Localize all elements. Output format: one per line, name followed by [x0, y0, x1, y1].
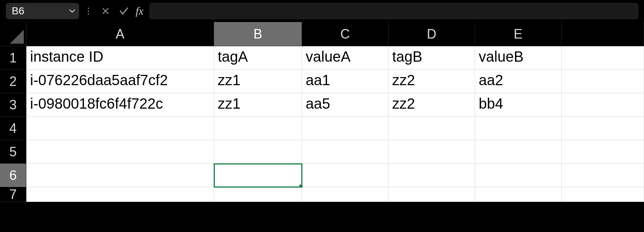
- row-header[interactable]: 7: [0, 187, 26, 202]
- cell[interactable]: valueA: [302, 46, 389, 70]
- cell[interactable]: [389, 164, 475, 187]
- table-row: 6: [0, 164, 644, 187]
- cell[interactable]: [562, 46, 644, 70]
- cell[interactable]: aa2: [475, 70, 562, 93]
- select-all-corner[interactable]: [0, 22, 26, 46]
- column-header[interactable]: B: [214, 22, 302, 46]
- cell[interactable]: [389, 140, 475, 164]
- table-row: 5: [0, 140, 644, 164]
- cell[interactable]: i-076226daa5aaf7cf2: [26, 70, 214, 93]
- cell[interactable]: [475, 187, 562, 202]
- cancel-button[interactable]: [98, 4, 113, 18]
- cell[interactable]: [562, 117, 644, 140]
- table-row: 7: [0, 187, 644, 202]
- row-header[interactable]: 3: [0, 93, 26, 117]
- spreadsheet-grid: A B C D E 1 instance ID tagA valueA tagB…: [0, 22, 644, 202]
- cell[interactable]: zz1: [214, 70, 302, 93]
- cell[interactable]: bb4: [475, 93, 562, 117]
- row-header[interactable]: 6: [0, 164, 26, 187]
- cell[interactable]: [26, 140, 214, 164]
- cell[interactable]: [562, 70, 644, 93]
- cell[interactable]: [302, 140, 389, 164]
- separator-dots-icon: ⋮: [83, 6, 95, 16]
- cell[interactable]: [562, 93, 644, 117]
- cell[interactable]: aa5: [302, 93, 389, 117]
- cell[interactable]: [389, 187, 475, 202]
- cell[interactable]: [214, 140, 302, 164]
- cell[interactable]: tagA: [214, 46, 302, 70]
- row-header[interactable]: 4: [0, 117, 26, 140]
- cell[interactable]: aa1: [302, 70, 389, 93]
- row-header[interactable]: 2: [0, 70, 26, 93]
- row-header[interactable]: 1: [0, 46, 26, 70]
- column-header-row: A B C D E: [0, 22, 644, 46]
- cell[interactable]: [26, 187, 214, 202]
- cell-selected[interactable]: [214, 164, 302, 187]
- column-header[interactable]: E: [475, 22, 562, 46]
- cell[interactable]: [475, 117, 562, 140]
- name-box-value: B6: [12, 5, 24, 17]
- cell[interactable]: zz2: [389, 93, 475, 117]
- cell[interactable]: [214, 187, 302, 202]
- cell[interactable]: valueB: [475, 46, 562, 70]
- cell[interactable]: [214, 117, 302, 140]
- cell[interactable]: [562, 164, 644, 187]
- cell[interactable]: [562, 140, 644, 164]
- cell[interactable]: zz2: [389, 70, 475, 93]
- cell[interactable]: [475, 164, 562, 187]
- cell[interactable]: [389, 117, 475, 140]
- fx-icon[interactable]: fx: [135, 5, 146, 17]
- cell[interactable]: instance ID: [26, 46, 214, 70]
- formula-input[interactable]: [150, 3, 638, 19]
- column-header[interactable]: [562, 22, 644, 46]
- name-box[interactable]: B6: [6, 3, 79, 19]
- column-header[interactable]: C: [302, 22, 389, 46]
- cell[interactable]: zz1: [214, 93, 302, 117]
- cell[interactable]: [302, 187, 389, 202]
- enter-button[interactable]: [117, 4, 131, 18]
- table-row: 3 i-0980018fc6f4f722c zz1 aa5 zz2 bb4: [0, 93, 644, 117]
- cell[interactable]: tagB: [389, 46, 475, 70]
- chevron-down-icon[interactable]: [69, 8, 76, 14]
- cell[interactable]: i-0980018fc6f4f722c: [26, 93, 214, 117]
- cell[interactable]: [562, 187, 644, 202]
- column-header[interactable]: A: [26, 22, 214, 46]
- row-header[interactable]: 5: [0, 140, 26, 164]
- column-header[interactable]: D: [389, 22, 475, 46]
- table-row: 1 instance ID tagA valueA tagB valueB: [0, 46, 644, 70]
- table-row: 2 i-076226daa5aaf7cf2 zz1 aa1 zz2 aa2: [0, 70, 644, 93]
- cell[interactable]: [302, 117, 389, 140]
- cell[interactable]: [26, 164, 214, 187]
- formula-bar: B6 ⋮ fx: [0, 0, 644, 22]
- table-row: 4: [0, 117, 644, 140]
- cell[interactable]: [26, 117, 214, 140]
- cell[interactable]: [475, 140, 562, 164]
- cell[interactable]: [302, 164, 389, 187]
